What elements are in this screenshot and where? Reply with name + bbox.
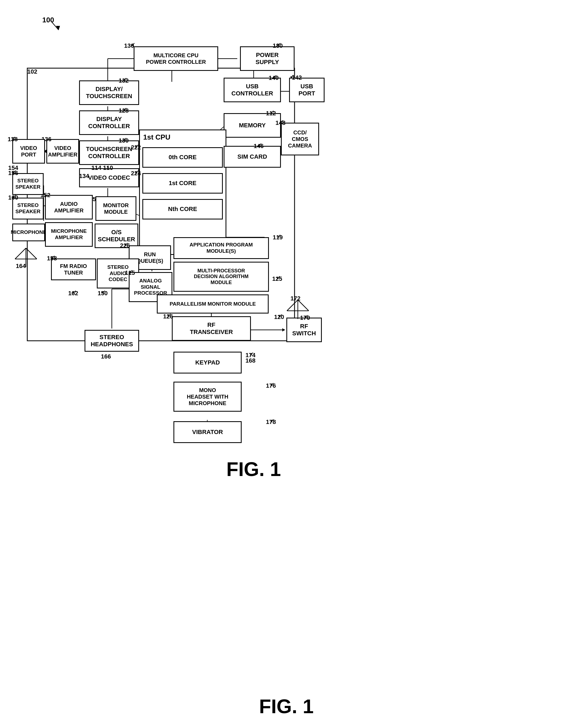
audio-amplifier-block: AUDIOAMPLIFIER (45, 195, 93, 219)
multi-processor-decision-block: MULTI-PROCESSORDECISION ALGORITHMMODULE (173, 262, 269, 292)
multicore-cpu-block: MULTICORE CPUPOWER CONTROLLER (134, 46, 218, 71)
ref-102: 102 (27, 68, 37, 75)
nth-core-block: Nth CORE (142, 199, 223, 219)
display-touchscreen-block: DISPLAY/TOUCHSCREEN (79, 81, 139, 105)
sim-card-block: SIM CARD (224, 146, 281, 168)
svg-line-49 (15, 248, 26, 259)
rf-transceiver-block: RFTRANSCEIVER (172, 316, 251, 341)
svg-marker-42 (282, 328, 285, 332)
connection-lines (0, 0, 588, 726)
diagram-container: 100 FIG. 1 (0, 0, 588, 726)
microphone-block: MICROPHONE (12, 223, 45, 241)
arrow-148: ↙ (279, 119, 284, 125)
arrow-162: ↙ (72, 289, 76, 295)
usb-port-block: USBPORT (289, 78, 324, 102)
fm-radio-tuner-block: FM RADIOTUNER (51, 258, 96, 280)
arrow-125: ↙ (276, 275, 280, 280)
arrow-130-ts: ↙ (123, 136, 127, 142)
arrow-146: ↙ (258, 142, 262, 148)
arrow-174: ↙ (250, 351, 254, 357)
stereo-headphones-block: STEREOHEADPHONES (85, 330, 139, 352)
arrow-158: ↙ (51, 254, 55, 260)
arrow-112: ↙ (270, 109, 274, 115)
ref-100: 100 (42, 16, 54, 24)
0th-core-block: 0th CORE (142, 147, 223, 168)
arrow-130: ↙ (131, 41, 135, 47)
os-scheduler-block: O/SSCHEDULER (94, 223, 138, 248)
arrow-132: ↙ (123, 76, 127, 82)
ref-172: 172 (291, 295, 300, 302)
arrow-176: ↙ (270, 381, 274, 387)
arrow-120: ↙ (278, 313, 282, 319)
arrow-224: ↙ (135, 169, 139, 175)
ref-134: 134 (79, 173, 89, 180)
arrow-178: ↙ (270, 418, 274, 424)
arrow-128: ↙ (123, 106, 127, 112)
arrow-115: ↙ (129, 269, 133, 275)
vibrator-block: VIBRATOR (173, 421, 241, 443)
monitor-module-block: MONITORMODULE (96, 196, 136, 221)
arrow-140: ↙ (273, 73, 277, 80)
ref-164: 164 (16, 262, 26, 270)
arrow-126: ↙ (167, 312, 171, 318)
parallelism-monitor-block: PARALLELISM MONITOR MODULE (157, 295, 269, 314)
display-controller-block: DISPLAYCONTROLLER (79, 110, 139, 135)
arrow-226: ↙ (124, 241, 128, 247)
mono-headset-block: MONOHEADSET WITHMICROPHONE (173, 382, 241, 412)
arrow-222: ↙ (135, 143, 139, 149)
figure-label: FIG. 1 (226, 458, 281, 481)
svg-marker-1 (56, 26, 60, 30)
microphone-amplifier-block: MICROPHONEAMPLIFIER (45, 222, 93, 247)
ref-154: 154 (8, 164, 18, 171)
arrow-160: ↙ (12, 193, 16, 199)
touchscreen-controller-block: TOUCHSCREENCONTROLLER (79, 141, 139, 165)
app-program-modules-block: APPLICATION PROGRAMMODULE(S) (173, 237, 269, 259)
svg-line-50 (26, 248, 37, 259)
keypad-block: KEYPAD (173, 352, 241, 373)
arrow-138: ↙ (12, 135, 16, 141)
arrow-119: ↙ (277, 233, 281, 239)
arrow-180: ↙ (277, 41, 281, 47)
arrow-142: ↙ (290, 73, 294, 79)
ref-114-110: 114 110 (91, 164, 113, 171)
fig-label: FIG. 1 (232, 695, 341, 718)
ref-166: 166 (101, 353, 111, 360)
ref-168: 168 (246, 357, 255, 364)
power-supply-block: POWERSUPPLY (240, 46, 295, 71)
arrow-150: ↙ (102, 289, 106, 295)
ccd-cmos-camera-block: CCD/CMOSCAMERA (281, 123, 319, 155)
1st-core-block: 1st CORE (142, 173, 223, 194)
